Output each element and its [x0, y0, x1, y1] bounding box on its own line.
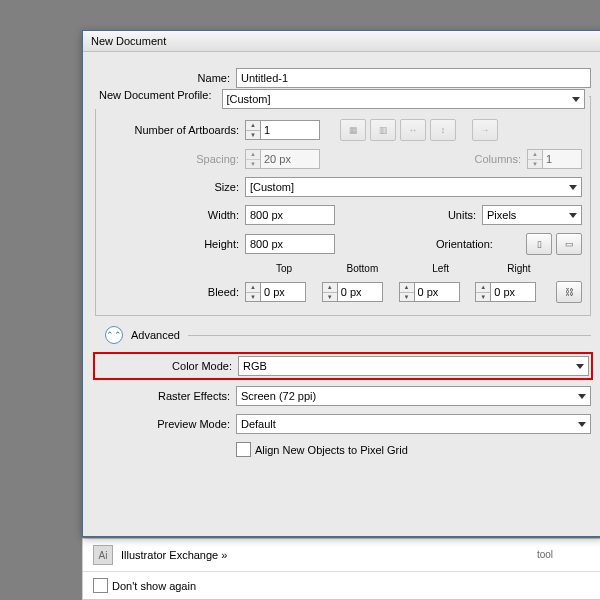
welcome-panel: Ai Illustrator Exchange » tool Don't sho…: [82, 538, 600, 600]
bleed-right-spinner[interactable]: ▲▼: [475, 282, 552, 302]
bleed-left-header: Left: [402, 263, 480, 274]
arrange-row-icon[interactable]: ↔: [400, 119, 426, 141]
columns-label: Columns:: [451, 153, 527, 165]
collapse-icon: ⌃⌃: [105, 326, 123, 344]
artboards-spinner[interactable]: ▲▼: [245, 120, 320, 140]
link-bleed-icon[interactable]: ⛓: [556, 281, 582, 303]
orientation-label: Orientation:: [436, 238, 522, 250]
bleed-label: Bleed:: [104, 286, 245, 298]
chevron-down-icon: [578, 422, 586, 427]
tool-label: tool: [537, 549, 553, 560]
dont-show-row[interactable]: Don't show again: [83, 572, 600, 599]
grid-by-row-icon[interactable]: ▦: [340, 119, 366, 141]
chevron-down-icon: [569, 185, 577, 190]
spacing-label: Spacing:: [104, 153, 245, 165]
dont-show-label: Don't show again: [112, 580, 196, 592]
new-document-dialog: New Document Name: New Document Profile:…: [82, 30, 600, 537]
exchange-row[interactable]: Ai Illustrator Exchange » tool: [83, 539, 600, 572]
raster-select[interactable]: Screen (72 ppi): [236, 386, 591, 406]
height-label: Height:: [104, 238, 245, 250]
chevron-down-icon: [576, 364, 584, 369]
bleed-right-header: Right: [480, 263, 558, 274]
bleed-top-spinner[interactable]: ▲▼: [245, 282, 322, 302]
chevron-down-icon: [572, 97, 580, 102]
size-label: Size:: [104, 181, 245, 193]
artboards-label: Number of Artboards:: [104, 124, 245, 136]
chevron-down-icon: [569, 213, 577, 218]
profile-select[interactable]: [Custom]: [222, 89, 586, 109]
name-label: Name:: [95, 72, 236, 84]
bleed-top-header: Top: [245, 263, 323, 274]
grid-by-col-icon[interactable]: ▥: [370, 119, 396, 141]
preview-select[interactable]: Default: [236, 414, 591, 434]
portrait-icon[interactable]: ▯: [526, 233, 552, 255]
profile-label: New Document Profile:: [99, 89, 218, 109]
color-mode-select[interactable]: RGB: [238, 356, 589, 376]
chevron-down-icon: [578, 394, 586, 399]
raster-label: Raster Effects:: [95, 390, 236, 402]
align-pixel-checkbox[interactable]: [236, 442, 251, 457]
exchange-icon: Ai: [93, 545, 113, 565]
width-input[interactable]: [245, 205, 335, 225]
profile-fieldset: New Document Profile: [Custom] Number of…: [95, 96, 591, 316]
bleed-bottom-spinner[interactable]: ▲▼: [322, 282, 399, 302]
arrange-col-icon[interactable]: ↕: [430, 119, 456, 141]
size-select[interactable]: [Custom]: [245, 177, 582, 197]
dialog-title: New Document: [83, 31, 600, 52]
columns-spinner: ▲▼: [527, 149, 582, 169]
advanced-toggle[interactable]: ⌃⌃ Advanced: [105, 326, 591, 344]
height-input[interactable]: [245, 234, 335, 254]
bleed-bottom-header: Bottom: [323, 263, 401, 274]
preview-label: Preview Mode:: [95, 418, 236, 430]
direction-icon[interactable]: →: [472, 119, 498, 141]
color-mode-label: Color Mode:: [97, 360, 238, 372]
name-input[interactable]: [236, 68, 591, 88]
spacing-spinner: ▲▼: [245, 149, 320, 169]
exchange-label: Illustrator Exchange »: [121, 549, 227, 561]
align-pixel-label: Align New Objects to Pixel Grid: [255, 444, 408, 456]
advanced-label: Advanced: [131, 329, 180, 341]
landscape-icon[interactable]: ▭: [556, 233, 582, 255]
units-select[interactable]: Pixels: [482, 205, 582, 225]
dont-show-checkbox[interactable]: [93, 578, 108, 593]
bleed-left-spinner[interactable]: ▲▼: [399, 282, 476, 302]
units-label: Units:: [416, 209, 482, 221]
color-mode-highlight: Color Mode: RGB: [93, 352, 593, 380]
width-label: Width:: [104, 209, 245, 221]
